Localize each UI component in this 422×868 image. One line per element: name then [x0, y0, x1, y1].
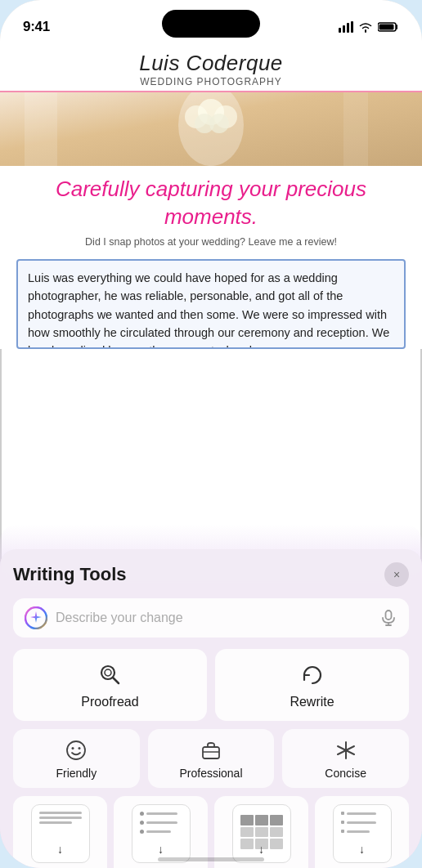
svg-point-20 [105, 669, 111, 676]
proofread-button[interactable]: Proofread [13, 649, 207, 721]
keypoints-icon: ↓ [132, 804, 191, 863]
list-button[interactable]: ↓ List [315, 796, 409, 868]
writing-tools-panel: Writing Tools × Describe your ch [0, 549, 422, 868]
battery-icon [378, 21, 399, 33]
site-cta: Did I snap photos at your wedding? Leave… [0, 236, 422, 254]
svg-rect-1 [343, 25, 345, 33]
friendly-button[interactable]: Friendly [13, 729, 140, 788]
svg-rect-25 [203, 747, 219, 758]
status-icons [339, 21, 399, 33]
svg-point-23 [72, 747, 74, 749]
site-tagline: Carefully capturing your precious moment… [0, 166, 422, 236]
describe-input-row[interactable]: Describe your change [13, 598, 409, 638]
svg-rect-5 [379, 25, 394, 30]
hero-illustration [0, 92, 422, 166]
proofread-label: Proofread [81, 695, 138, 709]
professional-button[interactable]: Professional [148, 729, 275, 788]
site-subtitle: Wedding Photography [16, 76, 406, 87]
rewrite-icon [299, 662, 325, 688]
svg-line-21 [113, 678, 119, 683]
professional-label: Professional [179, 767, 242, 780]
asterisk-icon [334, 739, 357, 762]
rewrite-label: Rewrite [290, 695, 334, 709]
website-content: Luis Coderque Wedding Photography [0, 44, 422, 349]
svg-rect-3 [351, 21, 353, 33]
dynamic-island [162, 10, 260, 38]
concise-label: Concise [325, 767, 366, 780]
svg-point-22 [67, 741, 85, 759]
concise-button[interactable]: Concise [282, 729, 409, 788]
main-actions: Proofread Rewrite [13, 649, 409, 721]
table-icon: ↓ [232, 804, 291, 863]
hero-image [0, 92, 422, 166]
briefcase-icon [200, 739, 222, 762]
site-header: Luis Coderque Wedding Photography [0, 44, 422, 92]
status-time: 9:41 [23, 19, 50, 35]
rewrite-button[interactable]: Rewrite [215, 649, 409, 721]
svg-rect-16 [386, 611, 392, 620]
summary-button[interactable]: ↓ Summary [13, 796, 107, 868]
ai-icon [25, 606, 47, 629]
describe-placeholder: Describe your change [56, 611, 371, 625]
svg-point-12 [209, 114, 229, 133]
search-zoom-icon [97, 662, 123, 688]
friendly-label: Friendly [56, 767, 97, 780]
svg-rect-14 [343, 92, 368, 166]
svg-rect-13 [25, 92, 57, 166]
list-icon: ↓ [333, 804, 392, 863]
svg-rect-0 [339, 28, 341, 33]
signal-icon [339, 21, 353, 33]
panel-header: Writing Tools × [13, 562, 409, 587]
phone-frame: 9:41 Luis [0, 0, 422, 868]
home-indicator [158, 857, 264, 861]
smiley-icon [65, 739, 88, 762]
site-name: Luis Coderque [16, 51, 406, 76]
summary-icon: ↓ [31, 804, 90, 863]
tone-actions: Friendly Professional Concise [13, 729, 409, 788]
panel-title: Writing Tools [13, 564, 127, 585]
mic-icon[interactable] [379, 609, 397, 627]
close-button[interactable]: × [384, 562, 409, 587]
svg-rect-2 [347, 23, 349, 33]
wifi-icon [358, 21, 373, 33]
review-text-box[interactable]: Luis was everything we could have hoped … [16, 259, 406, 349]
svg-point-24 [79, 747, 81, 749]
